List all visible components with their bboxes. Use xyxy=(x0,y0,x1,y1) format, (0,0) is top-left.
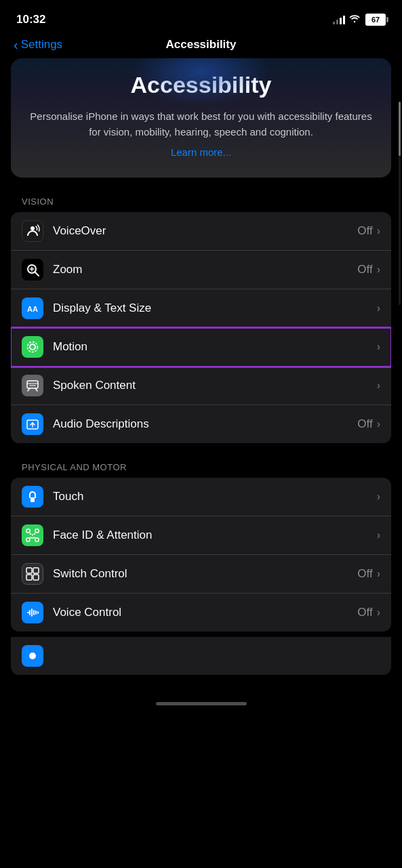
display-chevron: › xyxy=(377,302,380,314)
audio-item[interactable]: Audio Descriptions Off › xyxy=(11,405,391,443)
svg-rect-18 xyxy=(26,538,30,541)
vision-section: VISION VoiceOver Off › xyxy=(11,197,391,443)
back-button[interactable]: ‹ Settings xyxy=(14,38,62,51)
motion-chevron: › xyxy=(377,341,380,353)
scroll-track[interactable] xyxy=(399,102,401,305)
touch-icon-svg xyxy=(25,489,40,504)
svg-rect-24 xyxy=(33,568,39,573)
spoken-icon-svg xyxy=(25,378,40,393)
signal-icon xyxy=(333,15,345,24)
zoom-item[interactable]: Zoom Off › xyxy=(11,251,391,289)
voice-item[interactable]: Voice Control Off › xyxy=(11,594,391,632)
voice-label: Voice Control xyxy=(53,606,357,619)
physical-section: PHYSICAL AND MOTOR Touch › xyxy=(11,462,391,632)
motion-icon xyxy=(22,336,43,358)
audio-chevron: › xyxy=(377,418,380,430)
svg-line-2 xyxy=(35,272,39,276)
svg-rect-8 xyxy=(27,381,38,388)
voice-value: Off xyxy=(357,606,372,619)
motion-icon-svg xyxy=(25,339,40,354)
spoken-icon xyxy=(22,375,43,396)
voiceover-icon xyxy=(22,220,43,242)
svg-point-0 xyxy=(31,226,35,230)
voice-icon-svg xyxy=(25,605,40,620)
scroll-thumb xyxy=(399,102,401,156)
status-bar: 10:32 67 xyxy=(0,0,402,35)
wifi-icon xyxy=(349,14,361,26)
display-icon-svg: AA xyxy=(25,301,40,316)
svg-point-20 xyxy=(30,533,31,535)
svg-rect-25 xyxy=(26,575,32,580)
switch-icon xyxy=(22,563,43,585)
status-time: 10:32 xyxy=(16,13,45,26)
svg-point-7 xyxy=(28,342,38,352)
motion-item[interactable]: Motion › xyxy=(11,328,391,367)
voice-icon xyxy=(22,602,43,623)
audio-icon xyxy=(22,413,43,435)
voice-chevron: › xyxy=(377,606,380,619)
next-item-icon-svg xyxy=(25,648,40,663)
svg-rect-16 xyxy=(26,529,30,533)
faceid-item[interactable]: Face ID & Attention › xyxy=(11,516,391,555)
display-item[interactable]: AA Display & Text Size › xyxy=(11,289,391,328)
voiceover-value: Off xyxy=(357,224,372,238)
vision-section-header: VISION xyxy=(11,197,391,207)
switch-icon-svg xyxy=(25,566,40,581)
switch-label: Switch Control xyxy=(53,567,357,581)
voiceover-label: VoiceOver xyxy=(53,224,357,238)
svg-rect-15 xyxy=(31,497,35,502)
svg-point-21 xyxy=(34,533,35,535)
spoken-label: Spoken Content xyxy=(53,379,373,392)
next-item-partial[interactable] xyxy=(11,637,391,675)
audio-value: Off xyxy=(357,417,372,431)
back-chevron-icon: ‹ xyxy=(14,38,18,51)
switch-item[interactable]: Switch Control Off › xyxy=(11,555,391,594)
motion-label: Motion xyxy=(53,340,373,354)
switch-chevron: › xyxy=(377,568,380,580)
nav-title: Accessibility xyxy=(166,38,237,51)
switch-value: Off xyxy=(357,567,372,581)
zoom-chevron: › xyxy=(377,264,380,276)
svg-rect-23 xyxy=(26,568,32,573)
touch-label: Touch xyxy=(53,490,373,503)
spoken-item[interactable]: Spoken Content › xyxy=(11,367,391,405)
nav-bar: ‹ Settings Accessibility xyxy=(0,35,402,58)
touch-item[interactable]: Touch › xyxy=(11,478,391,516)
touch-icon xyxy=(22,486,43,508)
back-label: Settings xyxy=(21,38,62,51)
status-icons: 67 xyxy=(333,14,386,26)
touch-chevron: › xyxy=(377,491,380,503)
voiceover-item[interactable]: VoiceOver Off › xyxy=(11,212,391,251)
faceid-chevron: › xyxy=(377,529,380,541)
display-icon: AA xyxy=(22,297,43,319)
faceid-icon-svg xyxy=(25,528,40,543)
svg-rect-26 xyxy=(33,575,39,580)
zoom-icon-svg xyxy=(25,262,40,277)
display-label: Display & Text Size xyxy=(53,302,373,315)
svg-text:AA: AA xyxy=(27,305,38,313)
partial-next-section xyxy=(11,637,391,675)
svg-point-6 xyxy=(30,344,35,350)
zoom-icon xyxy=(22,259,43,281)
hero-section: Accessibility Personalise iPhone in ways… xyxy=(11,58,391,178)
physical-settings-group: Touch › Face ID & Attention › xyxy=(11,478,391,632)
zoom-value: Off xyxy=(357,263,372,276)
spoken-chevron: › xyxy=(377,379,380,392)
battery-icon: 67 xyxy=(365,14,386,26)
svg-rect-17 xyxy=(35,529,39,533)
audio-icon-svg xyxy=(25,417,40,432)
physical-section-header: PHYSICAL AND MOTOR xyxy=(11,462,391,472)
voiceover-chevron: › xyxy=(377,225,380,237)
zoom-label: Zoom xyxy=(53,263,357,276)
faceid-label: Face ID & Attention xyxy=(53,529,373,542)
svg-rect-19 xyxy=(35,538,39,541)
learn-more-link[interactable]: Learn more... xyxy=(171,146,231,158)
next-item-icon xyxy=(22,645,43,667)
svg-point-33 xyxy=(29,653,36,659)
hero-description: Personalise iPhone in ways that work bes… xyxy=(27,109,375,140)
hero-title: Accessibility xyxy=(27,72,375,98)
audio-label: Audio Descriptions xyxy=(53,417,357,431)
home-bar xyxy=(156,702,247,705)
voiceover-icon-svg xyxy=(25,224,40,239)
vision-settings-group: VoiceOver Off › Zoom Off › AA xyxy=(11,212,391,443)
